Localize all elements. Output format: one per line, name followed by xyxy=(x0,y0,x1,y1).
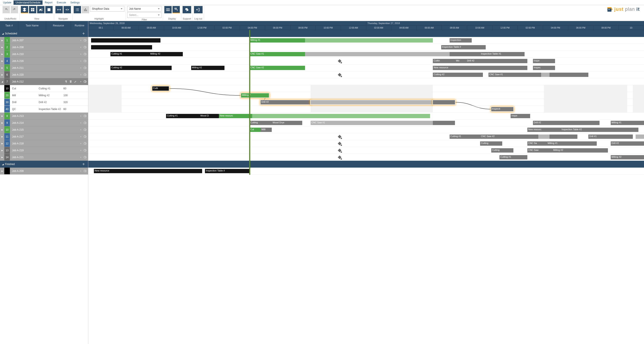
gantt-bar[interactable]: Inspection Table #1 xyxy=(480,52,524,56)
milestone-marker[interactable] xyxy=(338,142,342,146)
gantt-job-row[interactable]: CutMilliNew resourcInspection Table #2 xyxy=(88,126,644,133)
col-task-name[interactable]: Task Name xyxy=(18,21,46,30)
gantt-bar[interactable]: Cutting #1 xyxy=(500,155,527,160)
job-row[interactable]: ▶13Job A-219 xyxy=(0,147,88,154)
milestone-marker[interactable] xyxy=(338,149,342,152)
job-row[interactable]: ▶12Job A-218 xyxy=(0,140,88,147)
gantt-bar[interactable] xyxy=(305,38,433,42)
expand-icon[interactable]: ▶ xyxy=(0,122,4,124)
gantt-bar[interactable]: Milling #1 xyxy=(547,142,597,146)
job-link-icon[interactable] xyxy=(78,45,82,49)
expand-icon[interactable]: ▶ xyxy=(0,115,4,117)
support-button[interactable] xyxy=(182,6,191,13)
gantt-task-row[interactable]: Inspecti xyxy=(88,106,644,112)
col-resource[interactable]: Resource xyxy=(46,21,71,30)
gantt-bar[interactable]: Drill #2 xyxy=(260,100,310,104)
view-calendar-button[interactable]: 8 xyxy=(45,6,53,13)
milestone-marker[interactable] xyxy=(338,59,342,63)
gantt-bar[interactable]: CNC Sa xyxy=(527,142,547,146)
gantt-job-row[interactable]: CuttingCNC SawMilling #2 xyxy=(88,147,644,154)
job-row[interactable]: ▶1Job A-207 xyxy=(0,37,88,44)
expand-icon[interactable]: ▶ xyxy=(0,170,4,172)
expand-icon[interactable]: ▶ xyxy=(0,136,4,138)
gantt-bar[interactable]: Drill #2 xyxy=(533,121,600,125)
gantt-bar[interactable]: Cuttin xyxy=(433,59,455,63)
gantt-bar[interactable] xyxy=(305,52,450,56)
gantt-bar[interactable]: Milling #2 xyxy=(191,66,224,70)
undo-button[interactable] xyxy=(2,6,10,13)
section-finished[interactable]: Finished + xyxy=(0,161,88,168)
gantt-bar[interactable] xyxy=(91,45,152,50)
gantt-bar[interactable]: Inspection Table #2 xyxy=(561,128,638,132)
view-forklift-button[interactable] xyxy=(37,6,44,13)
job-link-icon[interactable] xyxy=(78,59,82,63)
gantt-bar[interactable]: Cutting xyxy=(250,121,272,125)
menu-tab-understand-schedule[interactable]: Understand/Schedule xyxy=(14,0,42,5)
view-resources-button[interactable] xyxy=(29,6,36,13)
job-link-icon[interactable] xyxy=(78,80,82,84)
job-link-icon[interactable] xyxy=(78,66,82,70)
menu-tab-execute[interactable]: Execute xyxy=(54,0,68,5)
gantt-bar[interactable]: New resource xyxy=(433,66,527,70)
gantt-bar[interactable] xyxy=(450,52,480,56)
gantt-bar[interactable]: New resourc xyxy=(527,128,561,132)
job-gear-icon[interactable] xyxy=(83,52,87,56)
gantt-bar[interactable] xyxy=(252,114,430,118)
job-link-icon[interactable] xyxy=(78,135,82,138)
gantt-bar[interactable]: Inspecti xyxy=(491,107,514,111)
gantt-bar[interactable]: Cutting #1 xyxy=(166,114,199,118)
job-row[interactable]: ▶9Job A-214 xyxy=(0,120,88,126)
job-gear-icon[interactable] xyxy=(83,135,87,138)
gantt-bar[interactable]: Inspection xyxy=(450,38,472,42)
milestone-marker[interactable] xyxy=(338,156,342,159)
task-row[interactable]: 30DrillDrill #2320 xyxy=(0,99,88,106)
gantt-job-row[interactable] xyxy=(88,78,644,85)
gantt-bar[interactable]: Drill #2 xyxy=(611,142,644,146)
gantt-bar[interactable] xyxy=(310,100,433,104)
redo-button[interactable] xyxy=(11,6,18,13)
job-gear-icon[interactable] xyxy=(83,59,87,63)
gantt-bar[interactable]: Milling # xyxy=(241,93,269,98)
gantt-job-row[interactable]: Cutting #1Milling #2 xyxy=(88,154,644,161)
filter-value-dropdown[interactable]: Select... xyxy=(127,12,162,18)
gantt-job-row[interactable]: CuttinWoDrill #2Inspe xyxy=(88,58,644,64)
gantt-bar[interactable]: Inspec xyxy=(533,66,555,70)
task-row[interactable]: 10CutCutting #160 xyxy=(0,85,88,92)
expand-icon[interactable]: ◢ xyxy=(0,80,4,83)
gantt-bar[interactable] xyxy=(550,72,588,77)
milestone-marker[interactable] xyxy=(338,73,342,77)
add-finished-button[interactable]: + xyxy=(81,162,86,166)
job-row[interactable]: ▶11Job A-217 xyxy=(0,133,88,140)
add-job-button[interactable]: + xyxy=(81,31,86,36)
filter-field-dropdown[interactable]: Job Name xyxy=(127,6,162,12)
expand-icon[interactable]: ▶ xyxy=(0,67,4,69)
gantt-bar[interactable]: CNC Saw #2 xyxy=(480,134,538,139)
job-gear-icon[interactable] xyxy=(83,121,87,125)
highlight-dropdown[interactable]: Shopfloor Data xyxy=(90,6,124,12)
job-row[interactable]: ▶14Job A-221 xyxy=(0,154,88,161)
expand-icon[interactable]: ▶ xyxy=(0,60,4,62)
gantt-chart[interactable]: Wednesday, September 26, 2018Thursday, S… xyxy=(88,21,644,344)
gantt-bar[interactable]: CNC Saw #1 xyxy=(488,72,541,77)
gantt-bar[interactable]: Milli xyxy=(260,128,272,132)
expand-icon[interactable]: ▶ xyxy=(0,156,4,158)
job-gear-icon[interactable] xyxy=(83,148,87,152)
gantt-bar[interactable] xyxy=(636,134,644,139)
gantt-job-row[interactable]: Cutting #1Milling #2CNC Saw #1Inspection… xyxy=(88,51,644,58)
gantt-job-row[interactable]: Milling #1Inspection xyxy=(88,37,644,44)
job-link-icon[interactable] xyxy=(78,114,82,118)
job-link-icon[interactable] xyxy=(78,52,82,56)
section-scheduled[interactable]: Scheduled + xyxy=(0,30,88,37)
gantt-job-row[interactable]: Inspection Table # xyxy=(88,44,644,51)
gantt-bar[interactable]: Cutting #1 xyxy=(110,52,149,56)
job-link-icon[interactable] xyxy=(78,142,82,146)
gantt-bar[interactable]: Inspe xyxy=(533,59,555,63)
menu-tab-update[interactable]: Update xyxy=(1,0,14,5)
job-row[interactable]: ▶5Job A-211 xyxy=(0,64,88,71)
job-row[interactable]: ▶3Job A-210 xyxy=(0,51,88,58)
gantt-job-row[interactable]: Cutting #1Wood DNew resourcInspe xyxy=(88,112,644,120)
menu-tab-report[interactable]: Report xyxy=(42,0,54,5)
gantt-bar[interactable]: New resourc xyxy=(219,114,252,118)
task-row[interactable]: 40QCInspection Table #260 xyxy=(0,106,88,112)
copy-icon[interactable] xyxy=(64,80,68,84)
